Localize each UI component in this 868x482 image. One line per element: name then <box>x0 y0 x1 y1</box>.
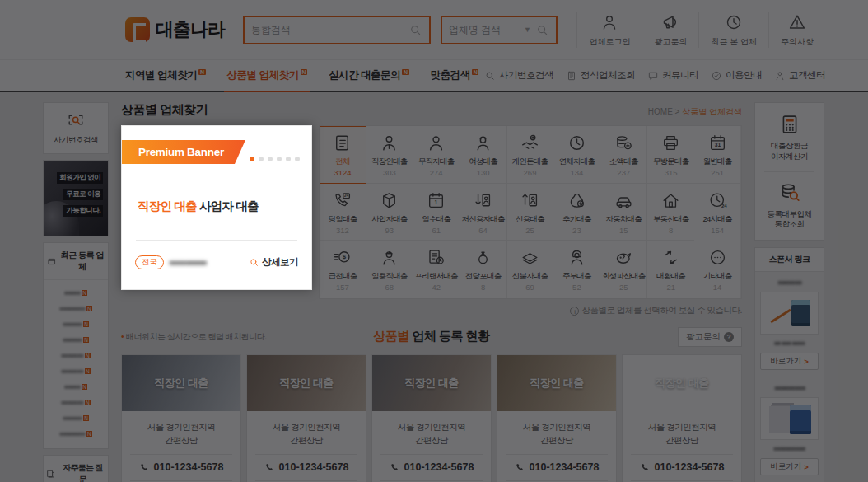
pagination-dot[interactable] <box>268 157 273 161</box>
banner-detail-link[interactable]: 상세보기 <box>249 256 298 269</box>
banner-title: 직장인 대출 사업자 대출 <box>138 199 259 214</box>
pagination-dot[interactable] <box>250 157 254 161</box>
search-icon <box>249 257 259 268</box>
banner-title-rest: 사업자 대출 <box>197 199 259 213</box>
banner-divider <box>136 240 297 241</box>
pagination-dot[interactable] <box>277 157 282 161</box>
region-badge: 전국 <box>135 255 164 269</box>
banner-title-highlight: 직장인 대출 <box>138 199 197 213</box>
pagination-dot[interactable] <box>259 157 264 161</box>
detail-link-label: 상세보기 <box>262 256 298 269</box>
pagination-dot[interactable] <box>286 157 291 161</box>
banner-pagination-dots <box>250 157 300 161</box>
premium-banner-ribbon: Premium Banner <box>122 140 245 164</box>
pagination-dot[interactable] <box>295 157 300 161</box>
banner-company-blurred: ■■■■■■■■■ <box>169 258 249 267</box>
premium-banner[interactable]: Premium Banner 직장인 대출 사업자 대출 전국 ■■■■■■■■… <box>121 125 312 290</box>
